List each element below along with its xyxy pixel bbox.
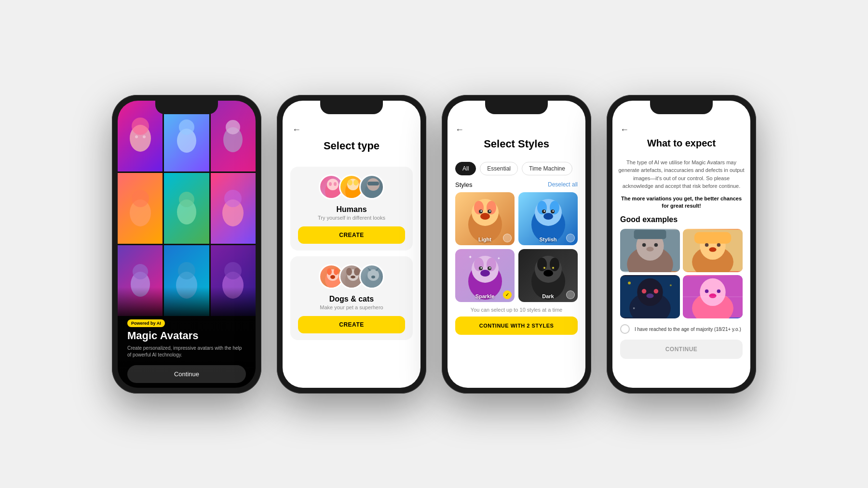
svg-point-53 [480, 211, 482, 212]
magic-description: Create personalized, impressive avatars … [127, 345, 246, 358]
age-checkbox[interactable] [620, 324, 630, 334]
svg-rect-30 [367, 182, 379, 185]
continue-button[interactable]: Continue [127, 365, 246, 383]
svg-point-27 [353, 180, 358, 185]
phone-3-select-styles: ← Select Styles All Essential Time Machi… [442, 95, 591, 394]
svg-point-89 [654, 243, 658, 247]
svg-point-3 [143, 135, 146, 138]
svg-point-72 [489, 267, 490, 269]
expect-description: The type of AI we utilise for Magic Avat… [612, 158, 750, 190]
svg-point-68 [480, 270, 490, 277]
p4-continue-button[interactable]: CONTINUE [620, 340, 743, 359]
back-button-4[interactable]: ← [620, 125, 629, 135]
svg-point-34 [334, 268, 339, 275]
svg-point-45 [371, 276, 375, 278]
humans-create-button[interactable]: CREATE [298, 226, 405, 244]
human-avatar-3 [359, 174, 384, 199]
phone-2-select-type: ← Select type [277, 95, 426, 394]
good-examples-title: Good examples [612, 215, 750, 224]
style-card-light[interactable]: Light [455, 192, 515, 245]
svg-point-50 [480, 213, 490, 220]
style-card-dark[interactable]: Dark [518, 249, 578, 302]
svg-point-106 [633, 307, 635, 309]
svg-rect-94 [694, 232, 731, 244]
what-to-expect-title: What to expect [620, 138, 743, 149]
svg-point-13 [224, 190, 242, 207]
filter-time-machine[interactable]: Time Machine [522, 162, 572, 175]
avatar-cell [118, 101, 163, 171]
notch-1 [155, 101, 218, 114]
svg-point-15 [133, 264, 148, 279]
avatar-grid-bg [118, 101, 256, 316]
svg-point-102 [654, 289, 659, 294]
back-button-3[interactable]: ← [455, 125, 464, 135]
notch-4 [650, 101, 713, 114]
svg-point-71 [480, 267, 482, 269]
select-type-title: Select type [292, 140, 411, 152]
dogs-create-button[interactable]: CREATE [298, 316, 405, 333]
pet-avatar-3 [359, 264, 384, 289]
svg-point-83 [552, 267, 554, 269]
svg-point-40 [351, 276, 355, 278]
svg-point-38 [346, 268, 352, 276]
svg-point-88 [642, 243, 646, 247]
filter-essential[interactable]: Essential [480, 162, 518, 175]
svg-point-9 [132, 190, 149, 207]
svg-point-101 [642, 289, 647, 294]
notch-2 [320, 101, 383, 114]
svg-point-82 [543, 267, 545, 269]
styles-section-header: Styles Deselect all [448, 180, 585, 192]
humans-type-card: Humans Try yourself in different looks C… [290, 167, 413, 251]
select-hint: You can select up to 10 styles at a time [455, 307, 578, 313]
pet-avatars [298, 264, 405, 291]
svg-point-104 [628, 282, 631, 285]
continue-styles-button[interactable]: CONTINUE WITH 2 STYLES [455, 317, 578, 335]
examples-grid [612, 229, 750, 318]
svg-point-112 [709, 294, 716, 299]
phone1-bottom-overlay: Powered by AI Magic Avatars Create perso… [118, 287, 256, 388]
filter-all[interactable]: All [455, 162, 476, 175]
svg-point-103 [646, 294, 653, 299]
svg-point-79 [543, 270, 553, 277]
style-card-stylish[interactable]: Stylish [518, 192, 578, 245]
magic-title: Magic Avatars [127, 330, 246, 342]
svg-point-105 [670, 285, 672, 287]
style-check-light [503, 234, 512, 242]
example-cell-2 [683, 229, 743, 272]
style-check-sparkle: ✓ [503, 290, 512, 299]
style-check-dark [566, 290, 575, 299]
p3-footer: You can select up to 10 styles at a time… [448, 302, 585, 335]
dogs-name: Dogs & cats [298, 295, 405, 303]
expect-bold-text: The more variations you get, the better … [612, 195, 750, 210]
styles-label: Styles [455, 181, 472, 188]
powered-badge: Powered by AI [127, 319, 165, 327]
humans-avatars [298, 174, 405, 201]
style-check-stylish [566, 234, 575, 242]
phone-4-what-to-expect: ← What to expect The type of AI we utili… [607, 95, 756, 394]
styles-grid: Light [448, 192, 585, 302]
deselect-all-button[interactable]: Deselect all [548, 181, 578, 188]
svg-point-22 [329, 182, 332, 186]
svg-point-11 [179, 192, 194, 207]
svg-point-1 [132, 118, 149, 135]
svg-point-39 [354, 268, 360, 276]
svg-point-111 [717, 290, 721, 293]
select-styles-title: Select Styles [455, 138, 578, 150]
svg-point-35 [330, 275, 335, 279]
svg-point-19 [224, 262, 242, 279]
scene: Powered by AI Magic Avatars Create perso… [93, 76, 775, 413]
svg-point-21 [327, 179, 339, 190]
svg-point-7 [226, 120, 240, 134]
back-button[interactable]: ← [292, 125, 301, 135]
svg-point-62 [543, 211, 545, 212]
svg-point-100 [637, 278, 663, 306]
avatar-cell [211, 101, 256, 171]
svg-point-95 [705, 243, 709, 247]
svg-point-54 [489, 211, 490, 212]
style-card-sparkle[interactable]: ✦ ✦ Sparkle ✓ [455, 249, 515, 302]
svg-point-110 [705, 290, 709, 293]
svg-rect-87 [634, 230, 666, 239]
svg-text:✦: ✦ [468, 254, 472, 260]
humans-name: Humans [298, 205, 405, 214]
avatar-cell [118, 173, 163, 244]
